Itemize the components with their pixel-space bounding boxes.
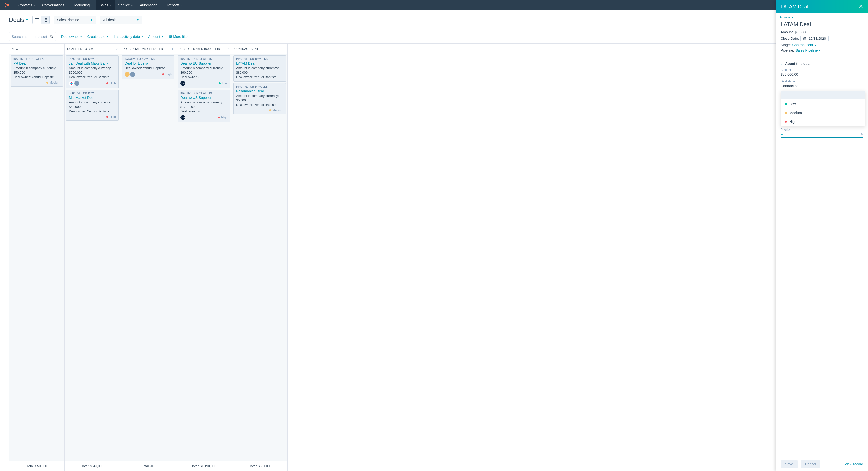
svg-rect-18 [45, 21, 46, 22]
svg-rect-30 [804, 37, 806, 40]
caret-down-icon: ▼ [161, 35, 164, 38]
view-select[interactable]: All deals ▼ [100, 15, 142, 24]
close-date-input[interactable]: 12/31/2020 [800, 36, 829, 41]
avatar [125, 72, 130, 77]
card-line: Amount in company currency: $5,000 [236, 94, 283, 103]
field-priority-select[interactable]: ▼ ✎ [781, 132, 863, 138]
column-title: CONTRACT SENT [234, 47, 258, 51]
deal-card[interactable]: INACTIVE FOR 19 WEEKS LATAM Deal Amount … [233, 56, 286, 82]
priority-option-high[interactable]: High [781, 117, 865, 126]
nav-item-conversations[interactable]: Conversations⌄ [38, 0, 71, 10]
card-inactive-badge: INACTIVE FOR 12 WEEKS [13, 58, 60, 60]
priority-option-medium[interactable]: Medium [781, 108, 865, 117]
svg-line-3 [6, 4, 7, 5]
panel-body: Amount $80,000.00 Deal stage Contract se… [776, 68, 868, 457]
card-title: Mid Market Deal [69, 96, 116, 100]
pipeline-select[interactable]: Sales Pipeline ▼ [54, 15, 96, 24]
nav-item-service[interactable]: Service⌄ [115, 0, 136, 10]
priority-option-blank[interactable] [781, 91, 865, 99]
board-column: PRESENTATION SCHEDULED 1 INACTIVE FOR 5 … [120, 44, 176, 471]
svg-point-27 [170, 37, 170, 38]
card-inactive-badge: INACTIVE FOR 14 WEEKS [236, 86, 283, 88]
page-title-dropdown[interactable]: Deals ▼ [9, 16, 28, 23]
card-title: LATAM Deal [236, 61, 283, 65]
section-about-toggle[interactable]: ⌄ About this deal [776, 58, 868, 68]
priority-option-low[interactable]: Low [781, 99, 865, 108]
hubspot-logo-icon[interactable] [4, 2, 10, 8]
list-view-button[interactable] [33, 16, 41, 24]
stage-dropdown[interactable]: Contract sent ▼ [792, 43, 816, 47]
column-header: NEW 1 [9, 44, 64, 54]
priority-badge: High [106, 82, 116, 85]
status-dot [106, 116, 108, 118]
filter-bar: Deal owner▼ Create date▼ Last activity d… [0, 29, 868, 44]
deal-card[interactable]: INACTIVE FOR 14 WEEKS Panamanian Deal Am… [233, 83, 286, 114]
view-record-link[interactable]: View record [845, 462, 863, 466]
nav-item-sales[interactable]: Sales⌄ [96, 0, 115, 10]
filter-deal-owner[interactable]: Deal owner▼ [61, 35, 82, 38]
filter-last-activity[interactable]: Last activity date▼ [114, 35, 143, 38]
column-body: INACTIVE FOR 13 WEEKS Deal w/ EU Supplie… [176, 54, 231, 461]
view-toggle [32, 16, 50, 24]
column-total: Total: $540,000 [65, 461, 120, 471]
field-stage-value[interactable]: Contract sent [781, 84, 863, 88]
priority-badge: High [106, 115, 116, 119]
search-input[interactable] [12, 35, 48, 38]
panel-actions-dropdown[interactable]: Actions ▼ [780, 15, 864, 19]
board-column: CONTRACT SENT INACTIVE FOR 19 WEEKS LATA… [232, 44, 287, 471]
cancel-button[interactable]: Cancel [801, 460, 820, 468]
column-title: QUALIFIED TO BUY [67, 47, 94, 51]
card-title: PR Deal [13, 61, 60, 65]
card-line: Deal owner: Yehudi Baptiste [236, 103, 283, 107]
filter-amount[interactable]: Amount▼ [148, 35, 164, 38]
stage-label: Stage: [781, 43, 790, 47]
caret-down-icon: ▼ [814, 44, 816, 47]
deal-card[interactable]: INACTIVE FOR 12 WEEKS Mid Market Deal Am… [66, 90, 119, 121]
card-line: Deal owner: Yehudi Baptiste [125, 66, 172, 70]
pencil-icon[interactable]: ✎ [860, 133, 863, 136]
deal-card[interactable]: INACTIVE FOR 19 WEEKS Deal w/ US Supplie… [178, 90, 230, 123]
card-title: Deal w/ EU Supplier [180, 61, 227, 65]
avatar: YB [74, 81, 79, 86]
save-button[interactable]: Save [781, 460, 798, 468]
caret-down-icon: ⌄ [158, 4, 160, 7]
status-dot [785, 121, 787, 123]
field-amount-value[interactable]: $80,000.00 [781, 72, 863, 76]
deal-card[interactable]: INACTIVE FOR 13 WEEKS Deal w/ EU Supplie… [178, 56, 230, 88]
caret-down-icon: ▼ [90, 19, 93, 21]
card-title: Jan Deal with Major Bank [69, 61, 116, 65]
caret-down-icon: ▼ [792, 16, 794, 19]
caret-down-icon: ▼ [818, 49, 821, 52]
deal-card[interactable]: INACTIVE FOR 12 WEEKS PR Deal Amount in … [11, 56, 63, 87]
search-box[interactable] [9, 32, 56, 41]
status-dot [106, 82, 108, 85]
svg-rect-16 [46, 20, 47, 20]
card-inactive-badge: INACTIVE FOR 12 WEEKS [69, 58, 116, 60]
column-total: Total: $0 [120, 461, 176, 471]
caret-down-icon: ▼ [136, 19, 139, 21]
nav-item-marketing[interactable]: Marketing⌄ [71, 0, 96, 10]
caret-down-icon: ▼ [106, 35, 109, 38]
board-column: DECISION MAKER BOUGHT-IN 2 INACTIVE FOR … [176, 44, 232, 471]
deal-card[interactable]: INACTIVE FOR 12 WEEKS Jan Deal with Majo… [66, 56, 119, 88]
column-body: INACTIVE FOR 5 WEEKS Deal for Liberia De… [120, 54, 176, 461]
panel-amount: Amount: $80,000 [781, 30, 807, 34]
status-dot [218, 116, 220, 119]
card-line: Amount in company currency: $90,000 [180, 66, 227, 75]
calendar-icon [803, 37, 807, 40]
svg-line-4 [6, 5, 7, 7]
board-view-button[interactable] [41, 16, 50, 24]
nav-item-contacts[interactable]: Contacts⌄ [15, 0, 38, 10]
close-icon[interactable]: ✕ [859, 3, 863, 10]
nav-item-reports[interactable]: Reports⌄ [164, 0, 186, 10]
nav-item-automation[interactable]: Automation⌄ [136, 0, 164, 10]
svg-rect-12 [45, 18, 46, 19]
column-count: 2 [116, 47, 118, 51]
filter-create-date[interactable]: Create date▼ [87, 35, 109, 38]
caret-down-icon: ⌄ [65, 4, 67, 7]
column-body: INACTIVE FOR 19 WEEKS LATAM Deal Amount … [232, 54, 287, 461]
pipeline-dropdown[interactable]: Sales Pipeline ▼ [796, 48, 821, 53]
more-filters-button[interactable]: More filters [168, 35, 190, 38]
svg-rect-15 [45, 20, 46, 20]
deal-card[interactable]: INACTIVE FOR 5 WEEKS Deal for Liberia De… [122, 56, 174, 79]
